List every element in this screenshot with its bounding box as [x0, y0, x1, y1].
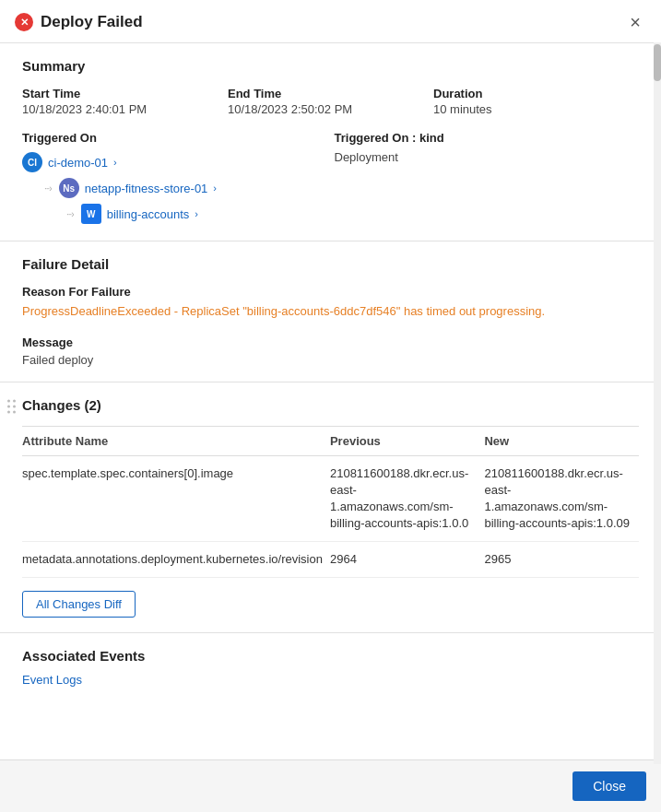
close-footer-button[interactable]: Close — [572, 771, 646, 801]
modal-title: Deploy Failed — [41, 13, 143, 31]
cell-new-1: 2965 — [484, 542, 639, 578]
triggered-on-label: Triggered On — [22, 131, 327, 145]
chevron-icon-2: › — [213, 182, 217, 194]
message-value: Failed deploy — [22, 353, 639, 367]
chevron-icon-1: › — [113, 157, 117, 168]
cell-attribute-1: metadata.annotations.deployment.kubernet… — [22, 542, 330, 578]
changes-section: Changes (2) Attribute Name Previous New … — [0, 382, 661, 634]
header-close-button[interactable]: × — [624, 11, 646, 33]
start-time-value: 10/18/2023 2:40:01 PM — [22, 102, 147, 116]
start-time-label: Start Time — [22, 87, 228, 100]
modal-footer: Close — [0, 759, 661, 812]
col-header-previous: Previous — [330, 426, 485, 455]
col-header-new: New — [484, 426, 639, 455]
event-logs-link[interactable]: Event Logs — [22, 673, 82, 687]
pipeline-tree: CI ci-demo-01 › ···› Ns netapp-fitness-s… — [22, 150, 327, 226]
cell-attribute-0: spec.template.spec.containers[0].image — [22, 455, 330, 542]
badge-ci: CI — [22, 152, 42, 172]
end-time-item: End Time 10/18/2023 2:50:02 PM — [228, 87, 433, 116]
pipeline-label-2[interactable]: netapp-fitness-store-01 — [85, 182, 208, 195]
dotted-line-3: ···› — [66, 209, 74, 219]
modal-header: Deploy Failed × — [0, 0, 661, 43]
error-icon — [15, 13, 33, 31]
duration-value: 10 minutes — [433, 102, 492, 116]
start-time-item: Start Time 10/18/2023 2:40:01 PM — [22, 87, 228, 116]
cell-new-0: 210811600188.dkr.ecr.us-east-1.amazonaws… — [484, 455, 639, 542]
message-label: Message — [22, 335, 639, 349]
duration-label: Duration — [433, 87, 639, 100]
end-time-value: 10/18/2023 2:50:02 PM — [228, 102, 352, 116]
chevron-icon-3: › — [195, 208, 198, 219]
associated-title: Associated Events — [22, 648, 639, 664]
badge-w: W — [81, 204, 101, 224]
modal-body: Summary Start Time 10/18/2023 2:40:01 PM… — [0, 43, 661, 759]
pipeline-label-3[interactable]: billing-accounts — [107, 207, 190, 221]
drag-handle[interactable] — [7, 399, 16, 413]
triggered-kind-value: Deployment — [335, 150, 398, 164]
cell-previous-0: 210811600188.dkr.ecr.us-east-1.amazonaws… — [330, 455, 485, 542]
triggered-row: Triggered On CI ci-demo-01 › ···› Ns net — [22, 131, 639, 226]
cell-previous-1: 2964 — [330, 542, 485, 578]
changes-table: Attribute Name Previous New spec.templat… — [22, 426, 639, 579]
failure-title: Failure Detail — [22, 256, 639, 272]
modal-container: Deploy Failed × Summary Start Time 10/18… — [0, 0, 661, 812]
end-time-label: End Time — [228, 87, 433, 100]
triggered-on-col: Triggered On CI ci-demo-01 › ···› Ns net — [22, 131, 327, 226]
associated-section: Associated Events Event Logs — [0, 633, 661, 701]
scrollbar-thumb — [654, 44, 661, 81]
table-row: spec.template.spec.containers[0].image 2… — [22, 455, 639, 542]
failure-section: Failure Detail Reason For Failure Progre… — [0, 241, 661, 382]
summary-title: Summary — [22, 58, 639, 74]
scrollbar[interactable] — [654, 42, 661, 764]
table-row: metadata.annotations.deployment.kubernet… — [22, 542, 639, 578]
failure-reason: ProgressDeadlineExceeded - ReplicaSet "b… — [22, 302, 639, 321]
changes-title: Changes (2) — [22, 397, 639, 413]
triggered-kind-label: Triggered On : kind — [335, 131, 640, 145]
summary-section: Summary Start Time 10/18/2023 2:40:01 PM… — [0, 43, 661, 241]
all-changes-diff-button[interactable]: All Changes Diff — [22, 591, 136, 618]
title-area: Deploy Failed — [15, 13, 143, 31]
col-header-attribute: Attribute Name — [22, 426, 330, 455]
pipeline-label-1[interactable]: ci-demo-01 — [48, 156, 108, 170]
summary-grid: Start Time 10/18/2023 2:40:01 PM End Tim… — [22, 87, 639, 116]
duration-item: Duration 10 minutes — [433, 87, 639, 116]
pipeline-item-3: ···› W billing-accounts › — [22, 202, 327, 226]
pipeline-item-2: ···› Ns netapp-fitness-store-01 › — [22, 176, 327, 200]
dotted-line-2: ···› — [44, 183, 52, 194]
reason-label: Reason For Failure — [22, 285, 639, 299]
triggered-kind-col: Triggered On : kind Deployment — [335, 131, 640, 226]
badge-ns: Ns — [59, 178, 79, 198]
pipeline-item-1: CI ci-demo-01 › — [22, 150, 327, 174]
